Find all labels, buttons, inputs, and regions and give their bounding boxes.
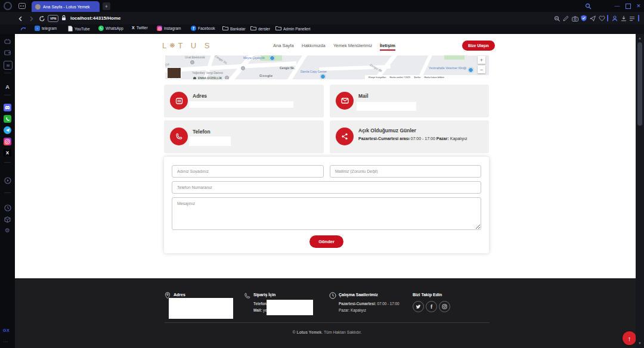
- map-poi-marker-dark[interactable]: [193, 77, 196, 79]
- facebook-icon[interactable]: f: [426, 301, 437, 312]
- bookmark-instagram[interactable]: instagram: [157, 26, 181, 31]
- card-adres-title: Adres: [193, 93, 207, 99]
- mods-icon[interactable]: M: [4, 61, 13, 70]
- bize-ulasin-button[interactable]: Bize Ulaşın: [462, 41, 495, 51]
- nav-iletisim[interactable]: İletişim: [380, 43, 395, 48]
- send-to-device-icon[interactable]: [589, 15, 596, 22]
- card-hours: Açık Olduğumuz Günler Pazartesi-Cumartes…: [330, 120, 489, 153]
- nav-yemek-menulerimiz[interactable]: Yemek Menülerimiz: [333, 43, 372, 48]
- site-logo[interactable]: L❋T U S: [162, 39, 212, 52]
- phone-input[interactable]: [172, 181, 481, 194]
- url-text[interactable]: localhost:44315/Home: [70, 15, 120, 21]
- nav-ana-sayfa[interactable]: Ana Sayfa: [273, 43, 294, 48]
- scroll-to-top-button[interactable]: ↑: [623, 331, 636, 345]
- page-scrollbar[interactable]: ▴ ▾: [636, 34, 644, 348]
- map-poi-marker[interactable]: [225, 76, 229, 79]
- map-zoom-out-button[interactable]: −: [478, 66, 485, 73]
- player-icon[interactable]: [4, 176, 11, 184]
- reload-icon[interactable]: [38, 15, 45, 22]
- bookmark-folder-dersler[interactable]: dersler: [250, 26, 270, 32]
- camera-icon[interactable]: [571, 15, 578, 22]
- map-attribution: Klavye kısayolları Harita verileri ©2025…: [365, 75, 489, 79]
- discord-icon[interactable]: [4, 104, 11, 111]
- scrollbar-down-arrow[interactable]: ▾: [636, 340, 644, 346]
- sidebar-divider: [4, 95, 11, 95]
- extensions-icon[interactable]: [4, 216, 11, 223]
- map-street-cengiz-b: Cengiz Sk.: [280, 66, 295, 70]
- bookmark-youtube[interactable]: YouTube: [68, 26, 90, 32]
- new-tab-button[interactable]: +: [103, 2, 110, 10]
- close-button[interactable]: ✕: [634, 2, 643, 10]
- footer-adres-title: Adres: [174, 293, 185, 297]
- mail-icon: [336, 92, 354, 110]
- card-telefon: Telefon: [164, 120, 324, 153]
- instagram-icon[interactable]: [439, 301, 450, 312]
- telegram-icon[interactable]: [4, 126, 11, 134]
- google-map-embed[interactable]: Unal Elektronik Cd. Yeğenbey Vergi Daire…: [165, 55, 489, 79]
- bookmark-twitter[interactable]: X Twitter: [132, 26, 148, 30]
- footer-hours-text: Pazartesi-Cumartesi: 07:00 - 17:00 Pazar…: [339, 301, 400, 313]
- profile-icon[interactable]: [611, 15, 618, 22]
- zoom-out-icon[interactable]: [553, 15, 561, 22]
- nav-hakkimizda[interactable]: Hakkımızda: [302, 43, 326, 48]
- snapshot-icon[interactable]: [562, 15, 569, 22]
- maximize-button[interactable]: [624, 2, 632, 10]
- map-attr-terms[interactable]: Şartlar: [414, 76, 420, 79]
- shield-check-icon[interactable]: [580, 14, 587, 22]
- forward-icon[interactable]: [27, 15, 35, 22]
- map-label-vergi: Yeğenbey Vergi Dairesi: [192, 71, 223, 74]
- minimize-button[interactable]: —: [613, 2, 621, 10]
- search-icon[interactable]: [584, 2, 592, 10]
- map-poi-marker[interactable]: [241, 66, 245, 70]
- map-label-veteriner: Yenimahalle Veteriner Kliniği: [419, 66, 466, 70]
- workspaces-icon[interactable]: [18, 2, 26, 10]
- settings-icon[interactable]: ⚙: [4, 226, 11, 234]
- google-logo[interactable]: Google: [259, 74, 273, 77]
- twitter-icon[interactable]: [413, 301, 424, 312]
- scrollbar-up-arrow[interactable]: ▴: [636, 35, 644, 41]
- gonder-button[interactable]: Gönder: [309, 235, 343, 248]
- bookmark-heart-icon[interactable]: [598, 15, 605, 22]
- map-poi-marker[interactable]: [190, 60, 194, 64]
- wallet-icon[interactable]: [4, 49, 11, 57]
- bookmarks-bar: t telegram YouTube WhatsApp X Twitter in…: [0, 24, 644, 34]
- curved-arrow-icon[interactable]: [20, 26, 27, 33]
- vpn-badge[interactable]: VPN: [48, 15, 58, 22]
- map-attr-report[interactable]: Harita hatası bildirin: [424, 76, 444, 79]
- opera-gx-logo-icon[interactable]: [4, 2, 12, 10]
- gx-logo[interactable]: GX: [3, 328, 10, 333]
- mail-input[interactable]: [330, 165, 481, 178]
- message-textarea[interactable]: [172, 197, 481, 230]
- map-zoom-in-button[interactable]: +: [478, 56, 485, 64]
- footer-divider: [165, 322, 490, 323]
- whatsapp-icon[interactable]: [4, 115, 11, 123]
- building-icon: [170, 92, 188, 110]
- bookmark-facebook[interactable]: f Facebook: [191, 26, 215, 31]
- instagram-icon[interactable]: [4, 138, 11, 145]
- bookmark-folder-bankalar[interactable]: Bankalar: [222, 26, 246, 32]
- map-attr-shortcuts[interactable]: Klavye kısayolları: [369, 76, 386, 79]
- map-photo-thumbnail[interactable]: [167, 67, 181, 79]
- browser-tab-active[interactable]: Ana Sayfa - Lotus Yemek: [32, 1, 100, 12]
- instagram-favicon: [157, 26, 162, 31]
- reading-list-icon[interactable]: [628, 15, 636, 22]
- back-icon[interactable]: [17, 15, 24, 22]
- name-input[interactable]: [172, 165, 324, 178]
- map-street-cd: Cd.: [165, 62, 170, 67]
- aria-icon[interactable]: A: [4, 83, 11, 91]
- bookmark-telegram[interactable]: t telegram: [35, 26, 57, 31]
- bookmark-whatsapp[interactable]: WhatsApp: [98, 26, 123, 31]
- scrollbar-thumb[interactable]: [637, 42, 642, 126]
- nav-active-underline: [380, 49, 395, 51]
- x-icon[interactable]: X: [4, 149, 11, 157]
- downloads-icon[interactable]: [620, 15, 627, 22]
- bookmark-folder-admin[interactable]: Admin Panelleri: [275, 26, 311, 32]
- x-favicon: X: [132, 26, 135, 30]
- more-icon[interactable]: ⋯: [3, 339, 8, 344]
- history-icon[interactable]: [4, 204, 11, 212]
- map-marker-veteriner[interactable]: [468, 67, 473, 73]
- map-marker-meyra[interactable]: [270, 55, 275, 61]
- map-marker-damla[interactable]: [320, 74, 326, 79]
- gx-corner-icon[interactable]: [4, 37, 11, 45]
- map-attr-data: Harita verileri ©2025: [390, 76, 411, 79]
